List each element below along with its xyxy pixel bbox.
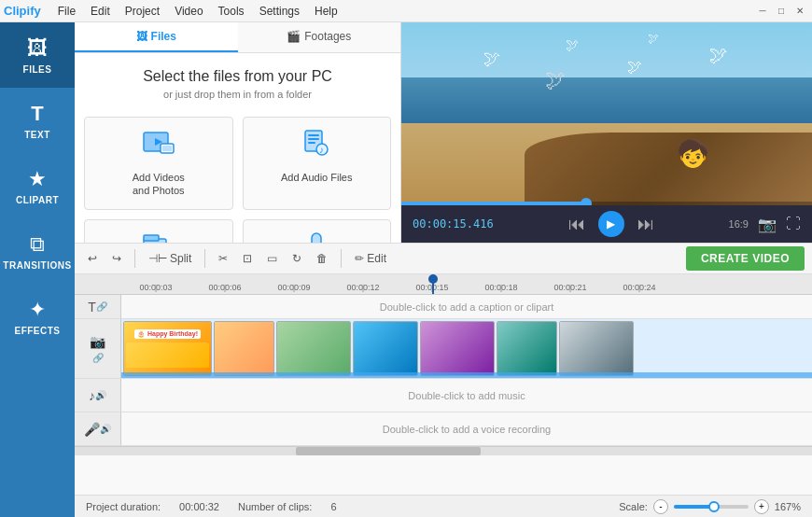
clip-6[interactable] (497, 321, 557, 376)
rotate-button[interactable]: ↻ (287, 249, 307, 268)
timeline-toolbar: ↩ ↪ ⊣⊢ Split ✂ ⊡ ▭ ↻ 🗑 ✏ Edit CREATE VID… (75, 243, 812, 274)
add-audio-button[interactable]: ♪ Add Audio Files (243, 117, 392, 210)
sidebar-item-files[interactable]: 🖼 FILES (0, 22, 75, 88)
close-button[interactable]: ✕ (791, 3, 808, 20)
sidebar-item-clipart[interactable]: ★ CLIPART (0, 153, 75, 218)
camera-icon[interactable]: 📷 (90, 334, 105, 349)
bird-1: 🕊 (483, 49, 500, 69)
sidebar-item-text[interactable]: T TEXT (0, 88, 75, 153)
sidebar-item-effects[interactable]: ✦ EFFECTS (0, 284, 75, 349)
video-progress-fill (401, 202, 586, 205)
scale-control: Scale: - + 167% (619, 499, 801, 514)
video-lock-icon[interactable]: 🔗 (92, 353, 104, 363)
playhead[interactable] (432, 274, 434, 295)
clip-3[interactable] (276, 321, 351, 376)
toolbar-divider-2 (204, 249, 205, 268)
ruler-line-7 (570, 285, 571, 292)
scale-slider-thumb[interactable] (708, 501, 720, 512)
playhead-handle[interactable] (428, 274, 438, 284)
crop-button[interactable]: ⊡ (237, 249, 258, 268)
bird-2: 🕊 (566, 37, 579, 52)
forward-button[interactable]: ⏭ (634, 213, 658, 236)
caption-lock-icon[interactable]: 🔗 (96, 301, 107, 312)
caption-track-label: Double-click to add a caption or clipart (380, 301, 553, 313)
timeline-scrollbar[interactable] (75, 446, 812, 455)
clipart-icon: ★ (28, 167, 47, 191)
top-section: 🖼 Files 🎬 Footages Select the files from… (75, 22, 812, 243)
minimize-button[interactable]: ─ (754, 3, 771, 20)
voice-track-content[interactable]: Double-click to add a voice recording (121, 412, 812, 445)
clip-7[interactable] (559, 321, 634, 376)
play-button[interactable]: ▶ (598, 211, 624, 237)
content-panel: 🖼 Files 🎬 Footages Select the files from… (75, 22, 401, 243)
menu-file[interactable]: File (50, 3, 83, 20)
music-track: ♪ 🔊 Double-click to add music (75, 379, 812, 412)
add-audio-label: Add Audio Files (281, 171, 352, 184)
scale-increase-button[interactable]: + (754, 499, 769, 514)
text-icon: T (31, 102, 43, 126)
trim-button[interactable]: ▭ (261, 249, 283, 268)
split-icon: ⊣⊢ (148, 252, 167, 265)
clips-label: Number of clips: (238, 501, 312, 512)
music-volume-icon[interactable]: 🔊 (95, 390, 106, 400)
split-button[interactable]: ⊣⊢ Split (143, 249, 197, 268)
mic-icon[interactable]: 🎤 (84, 422, 100, 437)
undo-button[interactable]: ↩ (82, 249, 103, 268)
music-icon[interactable]: ♪ (89, 388, 95, 403)
footages-tab-icon: 🎬 (287, 30, 301, 43)
menu-bar: Clipify File Edit Project Video Tools Se… (0, 0, 812, 22)
fullscreen-icon[interactable]: ⛶ (786, 216, 801, 232)
video-progress-thumb[interactable] (581, 198, 592, 205)
bird-6: 🕊 (545, 68, 566, 92)
ruler-line-8 (639, 285, 640, 292)
clip-2[interactable] (214, 321, 274, 376)
music-track-content[interactable]: Double-click to add music (121, 379, 812, 412)
scale-value: 167% (775, 501, 801, 512)
menu-tools[interactable]: Tools (211, 3, 252, 20)
maximize-button[interactable]: □ (773, 3, 790, 20)
clip-1[interactable]: 🎂 Happy Birthday! (123, 321, 212, 376)
menu-video[interactable]: Video (167, 3, 210, 20)
music-track-header: ♪ 🔊 (75, 379, 121, 412)
child-figure: 🧒 (677, 138, 709, 169)
scrollbar-thumb[interactable] (296, 447, 481, 455)
sidebar-files-label: FILES (23, 64, 52, 75)
sidebar-item-transitions[interactable]: ⧉ TRANSITIONS (0, 218, 75, 284)
split-label: Split (170, 252, 191, 265)
menu-settings[interactable]: Settings (252, 3, 307, 20)
edit-label: Edit (367, 252, 386, 265)
scale-decrease-button[interactable]: - (653, 499, 668, 514)
aspect-ratio: 16:9 (729, 218, 749, 230)
edit-button[interactable]: ✏ Edit (349, 249, 392, 268)
right-panel: 🖼 Files 🎬 Footages Select the files from… (75, 22, 812, 517)
voice-volume-icon[interactable]: 🔊 (100, 424, 111, 434)
caption-track-content[interactable]: Double-click to add a caption or clipart (121, 295, 812, 318)
caption-track-icon[interactable]: T (88, 300, 96, 314)
menu-project[interactable]: Project (118, 3, 167, 20)
footages-tab-label: Footages (304, 30, 351, 43)
sidebar-transitions-label: TRANSITIONS (3, 260, 71, 271)
ruler-line-1 (156, 285, 157, 292)
preview-controls: 00:00:15.416 ⏮ ▶ ⏭ 16:9 📷 ⛶ (401, 205, 812, 243)
clip-5[interactable] (420, 321, 495, 376)
scale-slider[interactable] (674, 505, 749, 509)
menu-edit[interactable]: Edit (83, 3, 118, 20)
sidebar-clipart-label: CLIPART (16, 195, 59, 205)
snapshot-icon[interactable]: 📷 (758, 216, 777, 233)
delete-button[interactable]: 🗑 (311, 249, 333, 268)
svg-rect-6 (308, 138, 319, 140)
toolbar-divider-1 (134, 249, 135, 268)
redo-button[interactable]: ↪ (106, 249, 127, 268)
seaweed-bg (525, 133, 812, 205)
cut-button[interactable]: ✂ (213, 249, 233, 268)
tab-footages[interactable]: 🎬 Footages (238, 22, 401, 52)
time-display: 00:00:15.416 (413, 217, 494, 231)
rewind-button[interactable]: ⏮ (565, 213, 589, 236)
add-videos-button[interactable]: Add Videosand Photos (84, 117, 233, 210)
clip-4[interactable] (353, 321, 418, 376)
create-video-button[interactable]: CREATE VIDEO (686, 246, 805, 271)
tab-files[interactable]: 🖼 Files (75, 22, 238, 52)
menu-help[interactable]: Help (307, 3, 345, 20)
ruler-line-4 (363, 285, 364, 292)
timeline: 00:00:03 00:00:06 00:00:09 00:00:12 00:0… (75, 274, 812, 495)
